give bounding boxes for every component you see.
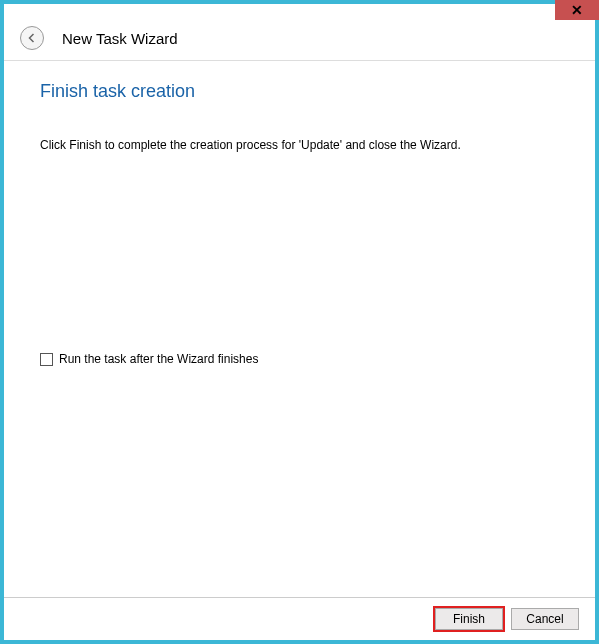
page-heading: Finish task creation	[40, 81, 559, 102]
wizard-window: ✕ New Task Wizard Finish task creation C…	[4, 4, 595, 640]
run-after-option[interactable]: Run the task after the Wizard finishes	[40, 352, 559, 366]
arrow-left-icon	[25, 31, 39, 45]
run-after-label: Run the task after the Wizard finishes	[59, 352, 258, 366]
instruction-text: Click Finish to complete the creation pr…	[40, 138, 559, 152]
cancel-button[interactable]: Cancel	[511, 608, 579, 630]
wizard-footer: Finish Cancel	[4, 597, 595, 640]
run-after-checkbox[interactable]	[40, 353, 53, 366]
window-title: New Task Wizard	[62, 30, 178, 47]
window-close-button[interactable]: ✕	[555, 0, 599, 20]
wizard-content: Finish task creation Click Finish to com…	[4, 61, 595, 597]
back-button[interactable]	[20, 26, 44, 50]
close-icon: ✕	[571, 2, 583, 18]
titlebar: ✕	[0, 0, 599, 24]
finish-button[interactable]: Finish	[435, 608, 503, 630]
